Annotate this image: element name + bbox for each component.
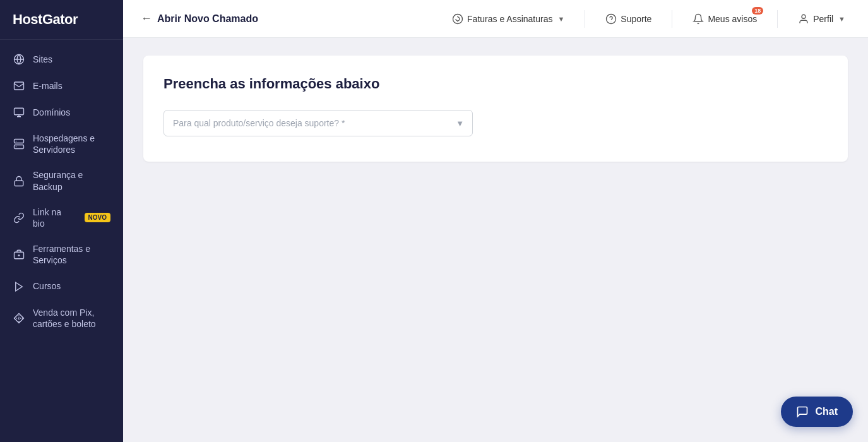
notifications-menu[interactable]: 18 Meus avisos [687, 9, 762, 28]
globe-icon [13, 53, 25, 66]
support-menu[interactable]: Suporte [600, 9, 657, 28]
play-icon [13, 280, 25, 293]
sidebar-linkbio-label: Link na bio [33, 206, 76, 229]
sidebar-item-linkbio[interactable]: Link na bio NOVO [0, 200, 123, 236]
svg-point-14 [611, 21, 612, 21]
svg-point-15 [802, 15, 806, 18]
sidebar: HostGator Sites E-mails Domínios Hospeda… [0, 0, 123, 442]
form-title: Preencha as informações abaixo [163, 76, 828, 92]
billing-menu[interactable]: Faturas e Assinaturas ▼ [447, 9, 569, 28]
profile-menu[interactable]: Perfil ▼ [793, 9, 850, 28]
billing-label: Faturas e Assinaturas [467, 14, 552, 24]
lock-icon [13, 175, 25, 188]
svg-rect-1 [15, 82, 24, 90]
sidebar-hospedagens-label: Hospedagens e Servidores [33, 133, 110, 155]
sidebar-seguranca-label: Segurança e Backup [33, 169, 110, 192]
sidebar-dominios-label: Domínios [33, 107, 70, 118]
chat-button[interactable]: Chat [781, 397, 853, 427]
billing-icon [452, 13, 463, 25]
support-label: Suporte [621, 14, 651, 24]
tools-icon [13, 248, 25, 261]
top-nav: ← Abrir Novo Chamado Faturas e Assinatur… [123, 0, 868, 38]
sidebar-emails-label: E-mails [33, 80, 62, 92]
notifications-label: Meus avisos [708, 14, 757, 24]
svg-point-5 [16, 141, 17, 142]
domain-icon [13, 106, 25, 119]
sidebar-item-venda[interactable]: Venda com Pix, cartões e boleto [0, 300, 123, 337]
brand-logo: HostGator [0, 0, 123, 40]
sidebar-item-seguranca[interactable]: Segurança e Backup [0, 162, 123, 199]
product-select[interactable]: Para qual produto/serviço deseja suporte… [163, 110, 473, 136]
sidebar-cursos-label: Cursos [33, 280, 61, 292]
svg-rect-2 [15, 108, 24, 115]
svg-point-12 [453, 14, 463, 23]
support-icon [605, 13, 617, 25]
nav-divider-2 [672, 10, 672, 28]
sidebar-venda-label: Venda com Pix, cartões e boleto [33, 307, 110, 330]
sidebar-item-hospedagens[interactable]: Hospedagens e Servidores [0, 126, 123, 162]
chat-label: Chat [815, 406, 838, 417]
bell-icon [693, 13, 704, 25]
form-card: Preencha as informações abaixo Para qual… [143, 56, 848, 162]
sidebar-item-emails[interactable]: E-mails [0, 73, 123, 99]
content-area: Preencha as informações abaixo Para qual… [123, 38, 868, 442]
sidebar-item-cursos[interactable]: Cursos [0, 273, 123, 300]
sidebar-sites-label: Sites [33, 54, 52, 65]
svg-marker-11 [16, 282, 23, 291]
nav-divider-3 [777, 10, 778, 28]
link-icon [13, 212, 25, 224]
novo-badge: NOVO [85, 213, 110, 222]
profile-chevron-icon: ▼ [838, 15, 845, 23]
email-icon [13, 80, 25, 92]
nav-divider-1 [585, 10, 585, 28]
svg-rect-7 [15, 181, 23, 186]
page-title: Abrir Novo Chamado [157, 13, 258, 25]
chevron-down-icon: ▼ [557, 15, 564, 23]
sidebar-ferramentas-label: Ferramentas e Serviços [33, 243, 110, 266]
svg-point-6 [16, 146, 17, 148]
sidebar-item-sites[interactable]: Sites [0, 46, 123, 73]
sidebar-item-ferramentas[interactable]: Ferramentas e Serviços [0, 236, 123, 273]
user-icon [798, 13, 809, 25]
chat-icon [796, 405, 809, 418]
server-icon [13, 138, 25, 150]
sidebar-item-dominios[interactable]: Domínios [0, 99, 123, 126]
svg-point-13 [607, 14, 616, 23]
back-arrow-icon: ← [141, 12, 152, 25]
pix-icon [13, 312, 25, 325]
profile-label: Perfil [813, 14, 833, 24]
back-button[interactable]: ← Abrir Novo Chamado [141, 12, 258, 25]
notifications-badge: 18 [752, 7, 763, 15]
main-area: ← Abrir Novo Chamado Faturas e Assinatur… [123, 0, 868, 442]
product-select-wrapper: Para qual produto/serviço deseja suporte… [163, 110, 473, 136]
